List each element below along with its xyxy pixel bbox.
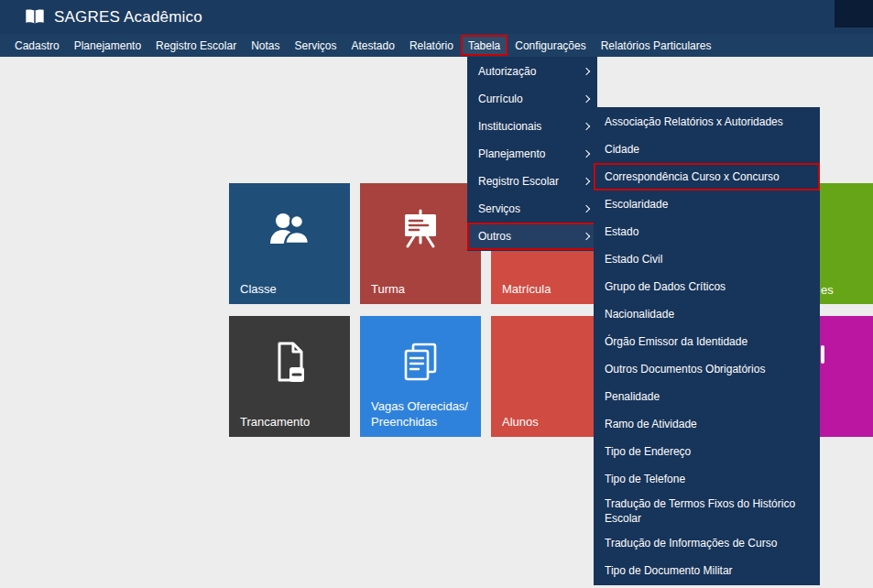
titlebar: SAGRES Acadêmico [0,0,873,34]
submenu-item-outros-documentos-obrigatorios[interactable]: Outros Documentos Obrigatórios [594,355,820,383]
chevron-right-icon [583,68,590,75]
menubar: Cadastro Planejamento Registro Escolar N… [0,34,873,57]
dropdown-item-autorizacao[interactable]: Autorização [467,58,597,85]
book-icon [24,8,46,26]
outros-submenu: Associação Relatórios x Autoridades Cida… [594,107,820,585]
menu-item-registro-escolar[interactable]: Registro Escolar [148,34,244,57]
submenu-item-grupo-de-dados-criticos[interactable]: Grupo de Dados Críticos [594,273,820,300]
tile-label: Alunos [502,414,605,430]
submenu-item-tipo-de-documento-militar[interactable]: Tipo de Documento Militar [594,557,820,584]
dropdown-item-label: Registro Escolar [478,175,559,188]
submenu-item-estado-civil[interactable]: Estado Civil [594,245,820,273]
people-icon [267,207,311,251]
chevron-right-icon [583,178,590,185]
menu-item-notas[interactable]: Notas [244,34,287,57]
chevron-right-icon [583,150,590,158]
dropdown-item-label: Currículo [478,93,523,105]
tile-vagas-oferecidas[interactable]: Vagas Oferecidas/ Preenchidas [360,316,481,437]
documents-icon [398,340,442,384]
tile-label: Turma [371,281,474,297]
submenu-item-nacionalidade[interactable]: Nacionalidade [594,300,820,328]
submenu-item-associacao-relatorios-x-autoridades[interactable]: Associação Relatórios x Autoridades [594,108,820,136]
dropdown-item-curriculo[interactable]: Currículo [467,85,597,113]
tabela-dropdown-menu: Autorização Currículo Institucionais Pla… [467,57,597,251]
dropdown-item-label: Planejamento [478,147,545,160]
chevron-right-icon [583,95,590,103]
submenu-item-cidade[interactable]: Cidade [594,136,820,163]
submenu-item-traducao-de-termos-fixos[interactable]: Tradução de Termos Fixos do Histórico Es… [594,493,820,529]
submenu-item-escolaridade[interactable]: Escolaridade [594,191,820,218]
submenu-item-estado[interactable]: Estado [594,218,820,245]
app-title: SAGRES Acadêmico [54,8,202,27]
chevron-right-icon [583,123,590,130]
menu-item-relatorios-particulares[interactable]: Relatórios Particulares [594,34,719,57]
tile-classe[interactable]: Classe [229,183,350,304]
titlebar-corner-button[interactable] [835,0,873,27]
menu-item-tabela[interactable]: Tabela [461,35,507,56]
submenu-item-tipo-de-telefone[interactable]: Tipo de Telefone [594,465,820,493]
tile-label: Classe [240,281,343,297]
dropdown-item-outros[interactable]: Outros [467,223,597,250]
dropdown-item-label: Serviços [478,202,520,215]
tile-label-fragment: es [821,283,834,297]
submenu-item-traducao-de-informacoes-de-curso[interactable]: Tradução de Informações de Curso [594,529,820,557]
tile-label: Matrícula [502,281,605,297]
dropdown-item-label: Institucionais [478,120,541,133]
dropdown-item-label: Outros [478,230,511,243]
submenu-item-tipo-de-endereco[interactable]: Tipo de Endereço [594,438,820,465]
menu-item-servicos[interactable]: Serviços [287,34,344,57]
submenu-item-ramo-de-atividade[interactable]: Ramo de Atividade [594,410,820,438]
document-minus-icon [267,340,311,384]
tile-trancamento[interactable]: Trancamento [229,316,350,437]
menu-item-planejamento[interactable]: Planejamento [67,34,148,57]
menu-item-relatorio[interactable]: Relatório [402,34,461,57]
submenu-item-penalidade[interactable]: Penalidade [594,383,820,410]
menu-item-configuracoes[interactable]: Configurações [507,34,593,57]
submenu-item-orgao-emissor-da-identidade[interactable]: Órgão Emissor da Identidade [594,328,820,355]
dropdown-item-servicos[interactable]: Serviços [467,195,597,223]
menu-item-cadastro[interactable]: Cadastro [7,34,67,57]
dropdown-item-institucionais[interactable]: Institucionais [467,113,597,140]
submenu-item-correspondencia-curso-x-concurso[interactable]: Correspondência Curso x Concurso [594,163,820,191]
dropdown-item-registro-escolar[interactable]: Registro Escolar [467,168,597,195]
dropdown-item-planejamento[interactable]: Planejamento [467,140,597,168]
chevron-right-icon [583,205,590,212]
tile-turma[interactable]: Turma [360,183,481,304]
presentation-icon [398,207,442,251]
tile-label: Vagas Oferecidas/ Preenchidas [371,398,474,430]
chevron-right-icon [583,233,590,240]
dropdown-item-label: Autorização [478,65,536,78]
menu-item-atestado[interactable]: Atestado [344,34,402,57]
tile-label: Trancamento [240,414,343,430]
